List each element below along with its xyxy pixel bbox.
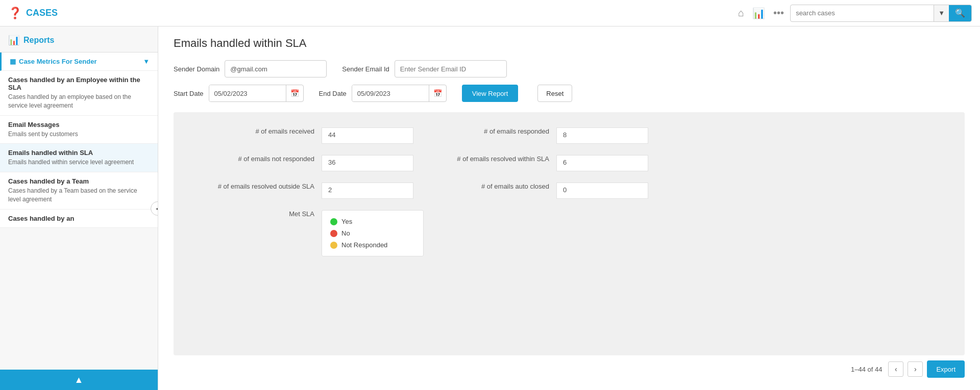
email-messages-title: Email Messages <box>8 121 150 128</box>
filter-form: Sender Domain Sender Email Id Start Date… <box>174 60 965 102</box>
emails-responded-label: # of emails responded <box>413 127 556 135</box>
team-cases-desc: Cases handled by a Team based on the ser… <box>8 187 150 204</box>
sidebar-item-email-messages[interactable]: Email Messages Emails sent by customers <box>0 116 158 144</box>
case-metrics-title: ▦ Case Metrics For Sender <box>10 58 96 65</box>
search-submit-btn[interactable]: 🔍 <box>949 5 971 21</box>
case-metrics-header: ▦ Case Metrics For Sender ▼ <box>10 58 150 65</box>
export-button[interactable]: Export <box>927 360 965 378</box>
met-sla-label: Met SLA <box>189 210 322 218</box>
sla-not-responded-label: Not Responded <box>341 241 387 249</box>
sender-email-label: Sender Email Id <box>342 65 389 73</box>
sidebar: 📊 Reports ▦ Case Metrics For Sender ▼ Ca… <box>0 27 158 390</box>
green-dot <box>330 218 337 225</box>
page-title: Emails handled within SLA <box>174 37 965 50</box>
start-date-label: Start Date <box>174 90 204 97</box>
sidebar-item-employee-sla[interactable]: Cases handled by an Employee within the … <box>0 71 158 116</box>
sender-email-group: Sender Email Id <box>342 60 507 77</box>
emails-resolved-outside-value: 2 <box>322 183 413 199</box>
sla-no: No <box>330 227 415 239</box>
end-date-group: End Date 📅 <box>319 85 447 102</box>
search-bar: ▼ 🔍 <box>790 5 972 22</box>
sidebar-title: Reports <box>23 36 54 45</box>
met-sla-row: Met SLA Yes No <box>189 205 949 262</box>
sla-not-responded: Not Responded <box>330 239 415 251</box>
case-metrics-icon: ▦ <box>10 58 16 65</box>
metric-emails-responded: # of emails responded 8 <box>413 122 949 149</box>
start-date-group: Start Date 📅 <box>174 85 304 102</box>
sender-email-input[interactable] <box>395 60 507 77</box>
sidebar-scroll-up-btn[interactable]: ▲ <box>0 370 158 390</box>
emails-responded-value: 8 <box>556 127 648 144</box>
yellow-dot <box>330 242 337 249</box>
start-date-input-wrapper: 📅 <box>209 85 304 102</box>
start-date-calendar-icon[interactable]: 📅 <box>286 85 303 101</box>
form-row-1: Sender Domain Sender Email Id <box>174 60 965 77</box>
brand-title: CASES <box>26 8 58 18</box>
brand: ❓ CASES <box>8 7 58 20</box>
metric-emails-resolved-sla: # of emails resolved within SLA 6 <box>413 150 949 176</box>
emails-resolved-sla-value: 6 <box>556 155 648 171</box>
next-page-btn[interactable]: › <box>908 361 923 377</box>
emails-auto-closed-label: # of emails auto closed <box>413 183 556 190</box>
sidebar-item-emails-sla[interactable]: Emails handled within SLA Emails handled… <box>0 144 158 172</box>
emails-resolved-sla-label: # of emails resolved within SLA <box>413 155 556 163</box>
sla-yes: Yes <box>330 216 415 227</box>
emails-not-responded-label: # of emails not responded <box>189 155 322 163</box>
cases-by-employee-title: Cases handled by an <box>8 215 150 222</box>
content-footer: 1–44 of 44 ‹ › Export <box>174 355 965 380</box>
emails-received-value: 44 <box>322 127 413 144</box>
metric-emails-resolved-outside: # of emails resolved outside SLA 2 <box>189 177 413 204</box>
red-dot <box>330 230 337 237</box>
sidebar-header: 📊 Reports <box>0 27 158 53</box>
reset-button[interactable]: Reset <box>537 85 572 102</box>
metric-emails-received: # of emails received 44 <box>189 122 413 149</box>
met-sla-box: Yes No Not Responded <box>322 210 424 256</box>
case-metrics-expand-icon[interactable]: ▼ <box>143 58 150 65</box>
team-cases-title: Cases handled by a Team <box>8 177 150 185</box>
employee-sla-desc: Cases handled by an employee based on th… <box>8 93 150 110</box>
emails-auto-closed-value: 0 <box>556 183 648 199</box>
sidebar-item-team-cases[interactable]: Cases handled by a Team Cases handled by… <box>0 172 158 210</box>
form-row-2: Start Date 📅 End Date 📅 View Report Rese… <box>174 85 965 102</box>
prev-page-btn[interactable]: ‹ <box>888 361 903 377</box>
metric-emails-auto-closed: # of emails auto closed 0 <box>413 177 949 204</box>
main-content: Emails handled within SLA Sender Domain … <box>158 27 980 390</box>
sla-yes-label: Yes <box>341 218 352 225</box>
search-dropdown-btn[interactable]: ▼ <box>934 5 949 21</box>
top-nav: ❓ CASES ⌂ 📊 ••• ▼ 🔍 <box>0 0 980 27</box>
metrics-grid: # of emails received 44 # of emails resp… <box>174 112 965 355</box>
search-input[interactable] <box>791 9 934 17</box>
nav-icons: ⌂ 📊 ••• <box>738 7 784 19</box>
end-date-input-wrapper: 📅 <box>352 85 447 102</box>
more-icon[interactable]: ••• <box>773 7 784 19</box>
emails-not-responded-value: 36 <box>322 155 413 171</box>
sender-domain-input[interactable] <box>225 60 327 77</box>
sidebar-item-case-metrics[interactable]: ▦ Case Metrics For Sender ▼ <box>0 53 158 71</box>
email-messages-desc: Emails sent by customers <box>8 130 150 139</box>
brand-icon: ❓ <box>8 7 22 20</box>
view-report-button[interactable]: View Report <box>462 85 519 102</box>
metrics-row-1: # of emails received 44 # of emails resp… <box>189 122 949 149</box>
pagination-info: 1–44 of 44 <box>851 366 882 373</box>
emails-sla-desc: Emails handled within service level agre… <box>8 158 150 167</box>
metrics-row-3: # of emails resolved outside SLA 2 # of … <box>189 177 949 204</box>
metric-emails-not-responded: # of emails not responded 36 <box>189 150 413 176</box>
emails-sla-title: Emails handled within SLA <box>8 149 150 157</box>
met-sla-metric: Met SLA Yes No <box>189 205 424 262</box>
end-date-calendar-icon[interactable]: 📅 <box>429 85 446 101</box>
chart-icon[interactable]: 📊 <box>752 7 765 19</box>
sender-domain-label: Sender Domain <box>174 65 219 73</box>
employee-sla-title: Cases handled by an Employee within the … <box>8 76 150 91</box>
sidebar-item-cases-by-employee[interactable]: Cases handled by an <box>0 210 158 228</box>
emails-resolved-outside-label: # of emails resolved outside SLA <box>189 183 322 190</box>
metrics-row-2: # of emails not responded 36 # of emails… <box>189 150 949 176</box>
sla-no-label: No <box>341 229 350 237</box>
start-date-input[interactable] <box>209 85 286 102</box>
emails-received-label: # of emails received <box>189 127 322 135</box>
end-date-label: End Date <box>319 90 347 97</box>
reports-icon: 📊 <box>8 35 19 46</box>
home-icon[interactable]: ⌂ <box>738 7 744 19</box>
sender-domain-group: Sender Domain <box>174 60 327 77</box>
main-layout: 📊 Reports ▦ Case Metrics For Sender ▼ Ca… <box>0 27 980 390</box>
end-date-input[interactable] <box>352 85 429 102</box>
